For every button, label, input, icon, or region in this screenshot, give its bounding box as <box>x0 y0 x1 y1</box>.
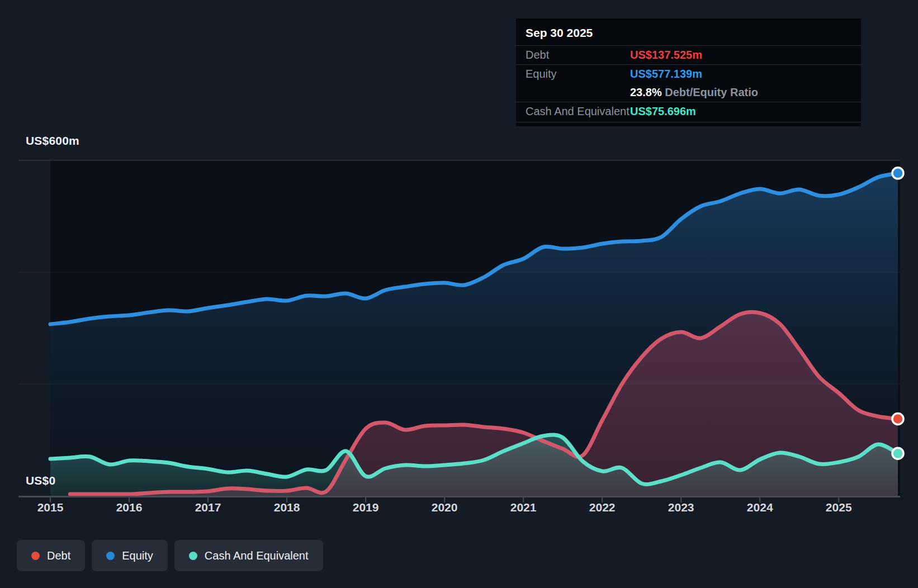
tooltip-ratio-label: Debt/Equity Ratio <box>662 86 758 98</box>
cash-dot-icon <box>189 552 197 560</box>
legend: Debt Equity Cash And Equivalent <box>17 540 323 571</box>
tooltip-date: Sep 30 2025 <box>516 18 861 45</box>
equity-end-dot <box>892 168 903 179</box>
x-axis-label-2018: 2018 <box>262 501 312 514</box>
x-axis-label-2017: 2017 <box>183 501 233 514</box>
equity-dot-icon <box>106 552 115 560</box>
x-axis-label-2024: 2024 <box>735 501 785 514</box>
tooltip-cash-value: US$75.696m <box>630 105 851 118</box>
x-axis-label-2019: 2019 <box>340 501 391 514</box>
legend-debt-label: Debt <box>47 549 70 562</box>
legend-item-debt[interactable]: Debt <box>17 540 85 571</box>
x-axis-label-2015: 2015 <box>25 501 75 514</box>
data-tooltip: Sep 30 2025 Debt US$137.525m Equity US$5… <box>516 18 861 126</box>
x-axis-label-2016: 2016 <box>104 501 154 514</box>
debt-end-dot <box>892 413 903 424</box>
y-axis-zero-label: US$0 <box>26 474 55 487</box>
x-axis-label-2023: 2023 <box>656 501 706 514</box>
tooltip-debt-label: Debt <box>526 49 630 61</box>
x-axis-label-2022: 2022 <box>577 501 627 514</box>
tooltip-row-cash: Cash And Equivalent US$75.696m <box>516 102 861 122</box>
tooltip-ratio-value: 23.8% <box>630 86 662 98</box>
x-axis-label-2020: 2020 <box>419 501 470 514</box>
debt-dot-icon <box>31 552 40 560</box>
y-axis-max-label: US$600m <box>26 134 79 148</box>
tooltip-cash-label: Cash And Equivalent <box>526 105 630 118</box>
tooltip-equity-value: US$577.139m <box>630 68 851 80</box>
x-axis-label-2021: 2021 <box>498 501 548 514</box>
tooltip-row-debt: Debt US$137.525m <box>516 45 861 64</box>
chart-page: US$600m US$0 201520162017201820192020202… <box>0 0 918 588</box>
legend-item-equity[interactable]: Equity <box>92 540 168 571</box>
tooltip-ratio: 23.8% Debt/Equity Ratio <box>630 86 851 99</box>
legend-cash-label: Cash And Equivalent <box>205 549 309 562</box>
legend-equity-label: Equity <box>122 549 153 562</box>
tooltip-equity-label: Equity <box>526 68 630 80</box>
tooltip-row-ratio: 23.8% Debt/Equity Ratio <box>516 83 861 102</box>
x-axis-label-2025: 2025 <box>813 501 864 514</box>
tooltip-row-equity: Equity US$577.139m <box>516 64 861 83</box>
legend-item-cash[interactable]: Cash And Equivalent <box>174 540 323 571</box>
cash-end-dot <box>892 448 903 459</box>
tooltip-debt-value: US$137.525m <box>630 49 851 61</box>
